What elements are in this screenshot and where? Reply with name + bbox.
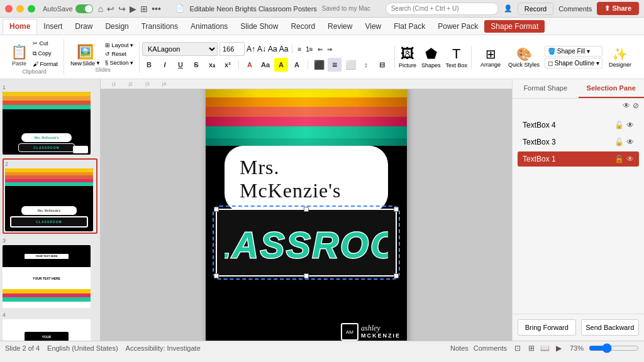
clear-format-button[interactable]: Aa: [268, 45, 277, 53]
slide-thumb-1[interactable]: 1 Mrs. McKenzie's CLASSROOM: [3, 84, 97, 155]
bullets-button[interactable]: ≡: [296, 45, 303, 54]
align-left-button[interactable]: ⬛: [312, 58, 326, 72]
tab-review[interactable]: Review: [321, 19, 358, 33]
toolbar-icon-redo[interactable]: ↪: [118, 4, 126, 14]
comments-button[interactable]: Comments: [558, 5, 592, 13]
handle-bl[interactable]: [214, 273, 219, 278]
increase-indent-button[interactable]: ⇒: [326, 45, 333, 54]
selection-item-textbox4[interactable]: TextBox 4 🔓 👁: [518, 118, 639, 133]
copy-button[interactable]: ⧉ Copy: [31, 49, 60, 58]
paste-button[interactable]: 📋 Paste: [9, 42, 30, 69]
underline-button[interactable]: U: [174, 58, 187, 72]
layout-button[interactable]: ⊞ Layout ▾: [103, 41, 135, 49]
tab-animations[interactable]: Animations: [184, 19, 234, 33]
line-spacing-button[interactable]: ↕: [359, 58, 373, 72]
tab-draw[interactable]: Draw: [69, 19, 99, 33]
tab-slideshow[interactable]: Slide Show: [234, 19, 284, 33]
record-button[interactable]: Record: [518, 3, 553, 15]
picture-button[interactable]: 🖼 Picture: [399, 46, 416, 69]
toolbar-icon-play[interactable]: ▶: [130, 4, 136, 14]
bring-forward-button[interactable]: Bring Forward: [518, 319, 576, 336]
columns-button[interactable]: ⊟: [375, 58, 389, 72]
reading-view-button[interactable]: 📖: [540, 343, 551, 354]
handle-bm[interactable]: [304, 273, 309, 278]
close-button[interactable]: [5, 5, 13, 13]
zoom-slider[interactable]: [589, 343, 639, 353]
strikethrough-button[interactable]: S: [189, 58, 203, 72]
select-all-button[interactable]: 👁: [623, 101, 630, 110]
arrange-button[interactable]: ⊞ Arrange: [478, 45, 503, 69]
accessibility[interactable]: Accessibility: Investigate: [126, 344, 201, 352]
selection-item-textbox1[interactable]: TextBox 1 🔓 👁: [518, 151, 639, 167]
selection-pane-tab[interactable]: Selection Pane: [579, 79, 645, 98]
toolbar-icon-more[interactable]: •••: [152, 4, 161, 14]
slide-thumb-4[interactable]: 4 YOUR: [3, 312, 97, 341]
shape-outline-button[interactable]: ◻ Shape Outline ▾: [545, 58, 602, 69]
format-painter-button[interactable]: 🖌 Format: [31, 60, 60, 69]
tab-insert[interactable]: Insert: [37, 19, 69, 33]
shape-fill-button[interactable]: 🪣 Shape Fill ▾: [545, 46, 602, 57]
toolbar-icon-undo[interactable]: ↩: [107, 4, 114, 14]
textbox1-eye-icon[interactable]: 👁: [626, 155, 634, 163]
superscript-button[interactable]: x²: [221, 58, 235, 72]
new-slide-button[interactable]: 🖼️ New Slide ▼: [70, 44, 101, 67]
autosave-toggle[interactable]: [75, 4, 93, 13]
char-spacing-button[interactable]: Aa: [279, 45, 289, 53]
textbox3-lock-icon[interactable]: 🔓: [614, 138, 624, 146]
handle-tm[interactable]: [304, 207, 309, 212]
textbox4-eye-icon[interactable]: 👁: [626, 121, 634, 129]
tab-design[interactable]: Design: [99, 19, 135, 33]
align-right-button[interactable]: ⬜: [343, 58, 357, 72]
tab-powerpack[interactable]: Power Pack: [431, 19, 484, 33]
quick-styles-button[interactable]: 🎨 Quick Styles: [506, 45, 542, 69]
decrease-indent-button[interactable]: ⇐: [316, 45, 324, 54]
tab-flatpack[interactable]: Flat Pack: [387, 19, 431, 33]
tab-record[interactable]: Record: [284, 19, 321, 33]
slide-thumb-2[interactable]: 2 Mrs. McKenzie's CLASSROOM: [3, 158, 97, 234]
font-case-button[interactable]: Aa: [258, 58, 272, 72]
cut-button[interactable]: ✂ Cut: [31, 39, 60, 48]
tab-shapeformat[interactable]: Shape Format: [484, 20, 545, 33]
handle-tl[interactable]: [214, 207, 219, 212]
tab-transitions[interactable]: Transitions: [135, 19, 184, 33]
slide-sorter-button[interactable]: ⊞: [526, 343, 537, 354]
font-select[interactable]: KALagoon: [142, 42, 218, 56]
comments-button[interactable]: Comments: [474, 344, 507, 352]
designer-button[interactable]: ✨ Designer: [605, 45, 635, 69]
highlight-button[interactable]: A: [274, 58, 288, 72]
shapes-button[interactable]: ⬟ Shapes: [421, 46, 441, 69]
bold-button[interactable]: B: [142, 58, 156, 72]
mrs-mckenzie-textbox[interactable]: Mrs. McKenzie's: [225, 146, 388, 212]
reset-button[interactable]: ↺ Reset: [103, 50, 135, 58]
tab-home[interactable]: Home: [3, 19, 37, 34]
italic-button[interactable]: I: [158, 58, 172, 72]
font-increase-button[interactable]: A↑: [247, 45, 255, 53]
font-size-input[interactable]: [219, 42, 245, 56]
shadow-button[interactable]: A: [290, 58, 304, 72]
textbox3-eye-icon[interactable]: 👁: [626, 138, 634, 146]
font-color-button[interactable]: A: [243, 58, 257, 72]
slide-thumb-3[interactable]: 3 YOUR TEXT HERE YOUR TEXT HERE: [3, 238, 97, 308]
classroom-textbox[interactable]: CLASSROOM CLASSROOM: [216, 209, 397, 277]
format-shape-tab[interactable]: Format Shape: [513, 79, 579, 98]
numbering-button[interactable]: 1≡: [304, 45, 314, 54]
notes-button[interactable]: Notes: [450, 344, 469, 352]
textbox1-lock-icon[interactable]: 🔓: [614, 155, 624, 163]
minimize-button[interactable]: [16, 5, 24, 13]
font-decrease-button[interactable]: A↓: [257, 45, 266, 53]
slideshow-button[interactable]: ▶: [553, 343, 565, 354]
search-input[interactable]: [386, 3, 499, 15]
hide-all-button[interactable]: ⊘: [633, 101, 639, 110]
toolbar-icon-present[interactable]: ⊞: [140, 4, 148, 14]
textbox-button[interactable]: T Text Box: [445, 46, 467, 69]
selection-item-textbox3[interactable]: TextBox 3 🔓 👁: [518, 134, 639, 150]
tab-view[interactable]: View: [358, 19, 387, 33]
maximize-button[interactable]: [28, 5, 35, 13]
handle-tr[interactable]: [394, 207, 399, 212]
toolbar-icon-home[interactable]: ⌂: [98, 4, 103, 14]
send-backward-button[interactable]: Send Backward: [581, 319, 640, 336]
section-button[interactable]: § Section ▾: [103, 59, 135, 67]
handle-br[interactable]: [394, 273, 399, 278]
textbox4-lock-icon[interactable]: 🔓: [614, 121, 624, 129]
subscript-button[interactable]: x₂: [205, 58, 219, 72]
